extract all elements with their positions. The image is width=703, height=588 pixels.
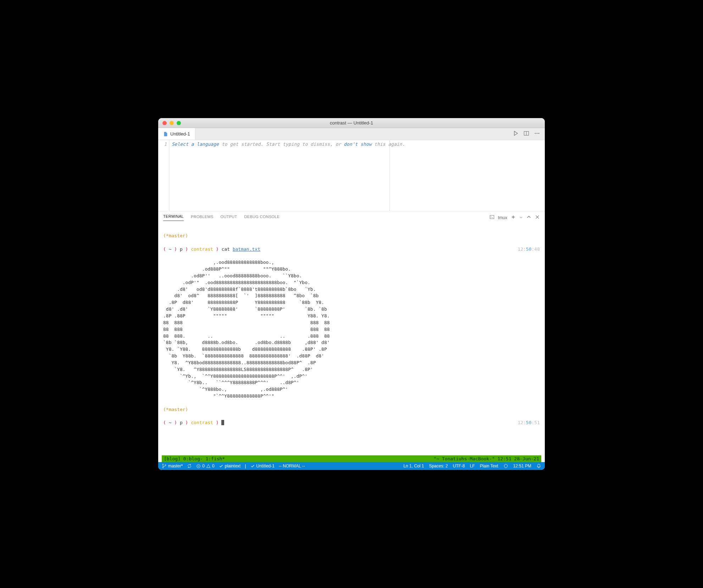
panel-tabs: TERMINAL PROBLEMS OUTPUT DEBUG CONSOLE t… <box>158 211 545 221</box>
select-language-link[interactable]: Select a language <box>172 142 219 147</box>
svg-point-6 <box>162 464 164 465</box>
svg-point-2 <box>535 133 536 134</box>
traffic-lights <box>162 121 181 125</box>
command: cat <box>221 246 232 252</box>
close-icon[interactable] <box>162 121 167 125</box>
check-icon <box>219 464 223 468</box>
editor-content[interactable]: Select a language to get started. Start … <box>169 140 545 211</box>
bell-icon[interactable] <box>536 464 541 468</box>
svg-rect-5 <box>490 215 494 219</box>
tab-output[interactable]: OUTPUT <box>221 215 237 221</box>
tab-debug-console[interactable]: DEBUG CONSOLE <box>244 215 280 221</box>
tmux-right: "~ Tonatiuhs-MacBook-" 12:51 28-Jun-21 <box>434 456 539 461</box>
tmux-statusbar: [blog] 0:blog- 1:fish* "~ Tonatiuhs-MacB… <box>162 455 541 462</box>
tmux-left: [blog] 0:blog- 1:fish* <box>164 456 225 461</box>
clock: 12:51 PM <box>513 464 531 468</box>
close-panel-icon[interactable] <box>535 215 540 221</box>
split-editor-icon[interactable] <box>524 131 529 138</box>
run-icon[interactable] <box>513 131 519 138</box>
editor[interactable]: 1 Select a language to get started. Star… <box>158 140 545 211</box>
warning-icon <box>206 464 211 468</box>
zoom-icon[interactable] <box>177 121 181 125</box>
branch-indicator: (*master) <box>163 407 188 412</box>
git-branch[interactable]: master* <box>162 464 183 468</box>
terminal-icon <box>489 215 494 221</box>
chevron-down-icon[interactable] <box>519 215 523 220</box>
svg-point-3 <box>537 133 538 134</box>
ruler <box>389 140 390 211</box>
file-icon <box>163 132 168 137</box>
new-terminal-icon[interactable] <box>511 215 516 221</box>
terminal[interactable]: (*master) ( ~ ) p ) contrast ) cat batma… <box>158 221 545 441</box>
svg-point-4 <box>538 133 539 134</box>
cwd: contrast <box>191 420 213 425</box>
cwd: contrast <box>191 246 213 252</box>
titlebar: contrast — Untitled-1 <box>158 118 545 128</box>
file-status[interactable]: Untitled-1 <box>250 464 275 468</box>
svg-point-8 <box>165 465 166 466</box>
hint-text: to get started. Start typing to dismiss,… <box>219 142 344 147</box>
tab-terminal[interactable]: TERMINAL <box>163 214 184 221</box>
problems-count[interactable]: 0 0 <box>196 464 214 468</box>
check-icon <box>250 464 255 468</box>
indent[interactable]: Spaces: 2 <box>429 464 448 468</box>
git-branch-icon <box>162 464 167 468</box>
line-number: 1 <box>158 142 167 147</box>
error-icon <box>196 464 201 468</box>
sync-icon[interactable] <box>187 464 192 468</box>
hint-text-end: this again. <box>372 142 405 147</box>
panel-actions: tmux <box>489 215 540 221</box>
language-mode[interactable]: Plain Text <box>480 464 498 468</box>
feedback-icon[interactable] <box>503 464 508 468</box>
gutter: 1 <box>158 140 169 211</box>
shell-label[interactable]: tmux <box>498 215 507 220</box>
language-status[interactable]: plaintext <box>219 464 241 468</box>
more-icon[interactable] <box>534 131 540 138</box>
tab-actions <box>513 128 545 140</box>
encoding[interactable]: UTF-8 <box>453 464 465 468</box>
prompt: ( <box>163 246 169 252</box>
ascii-art: ,.ood888888888888boo., .od888P^"" ""^Y88… <box>163 259 540 400</box>
cursor <box>221 420 224 425</box>
command-arg[interactable]: batman.txt <box>233 246 260 252</box>
chevron-up-icon[interactable] <box>526 215 531 221</box>
timestamp: 12:50:51 <box>517 420 540 426</box>
branch-indicator: (*master) <box>163 233 188 238</box>
editor-tabs: Untitled-1 <box>158 128 545 140</box>
window-title: contrast — Untitled-1 <box>158 120 545 126</box>
tab-label: Untitled-1 <box>170 131 190 137</box>
tab-problems[interactable]: PROBLEMS <box>191 215 214 221</box>
timestamp: 12:50:48 <box>517 246 540 253</box>
eol[interactable]: LF <box>470 464 475 468</box>
minimize-icon[interactable] <box>170 121 174 125</box>
statusbar: master* 0 0 plaintext | Untitled-1 -- NO… <box>158 462 545 470</box>
dont-show-link[interactable]: don't show <box>344 142 371 147</box>
vscode-window: contrast — Untitled-1 Untitled-1 1 Selec… <box>158 118 545 470</box>
svg-point-7 <box>162 467 164 468</box>
cursor-position[interactable]: Ln 1, Col 1 <box>403 464 424 468</box>
prompt: ( <box>163 420 169 425</box>
tab-untitled[interactable]: Untitled-1 <box>158 128 195 140</box>
vim-mode: -- NORMAL -- <box>279 464 305 468</box>
